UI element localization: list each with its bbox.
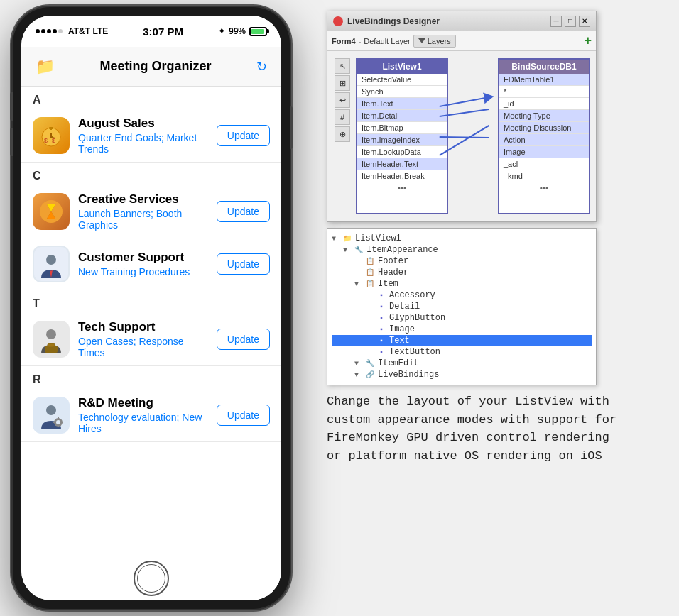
tree-row-textbutton[interactable]: ▪ TextButton: [332, 346, 592, 358]
refresh-icon[interactable]: ↻: [256, 59, 267, 75]
accessory-icon: ▪: [376, 290, 387, 300]
tree-row-header[interactable]: 📋 Header: [332, 267, 592, 278]
svg-point-12: [46, 329, 56, 339]
tool-pointer[interactable]: ↖: [335, 58, 350, 74]
listview-table-header: ListView1: [357, 60, 447, 74]
listview-table: ListView1 SelectedValue Synch Item.Text …: [356, 58, 448, 214]
tree-expand-textbutton: [366, 348, 376, 356]
image-icon: ▪: [376, 324, 387, 334]
tree-expand-livebindings[interactable]: ▼: [354, 371, 364, 379]
phone-device: AT&T LTE 3:07 PM ✦ 99% 📁 Meeting Organiz…: [13, 7, 290, 609]
creative-services-title: Creative Services: [78, 192, 208, 207]
tree-row-text[interactable]: ▪ Text: [332, 335, 592, 346]
glyphbutton-icon: ▪: [376, 313, 387, 323]
nav-title: Meeting Organizer: [99, 59, 211, 74]
tree-row-item[interactable]: ▼ 📋 Item: [332, 278, 592, 290]
tree-expand-glyphbutton: [366, 314, 376, 322]
tree-expand-itemappearance[interactable]: ▼: [343, 246, 353, 254]
tree-row-image[interactable]: ▪ Image: [332, 324, 592, 335]
svg-rect-19: [58, 417, 59, 420]
list-item-customer-support: Customer Support New Training Procedures…: [21, 238, 281, 290]
tree-row-glyphbutton[interactable]: ▪ GlyphButton: [332, 312, 592, 324]
tree-row-itemedit[interactable]: ▼ 🔧 ItemEdit: [332, 358, 592, 369]
binding-tables: ListView1 SelectedValue Synch Item.Text …: [356, 58, 590, 214]
creative-services-icon: [33, 193, 70, 230]
rd-meeting-update-btn[interactable]: Update: [217, 405, 270, 426]
customer-support-update-btn[interactable]: Update: [217, 253, 270, 275]
tree-row-livebindings[interactable]: ▼ 🔗 LiveBindings: [332, 369, 592, 380]
creative-services-update-btn[interactable]: Update: [217, 201, 270, 222]
tree-row-footer[interactable]: 📋 Footer: [332, 255, 592, 267]
tool-undo[interactable]: ↩: [335, 92, 350, 108]
tech-support-title: Tech Support: [78, 320, 208, 334]
section-header-c: C: [21, 163, 281, 185]
listview-row-itemlookupdata: Item.LookupData: [357, 146, 447, 158]
creative-services-detail: Launch Banners; Booth Graphics: [78, 208, 208, 231]
close-button[interactable]: ✕: [579, 16, 590, 27]
listview-row-synch: Synch: [357, 86, 447, 98]
tree-window: ▼ 📁 ListView1 ▼ 🔧 ItemAppearance 📋 Foote…: [327, 228, 597, 385]
svg-text:$: $: [52, 137, 55, 144]
bindsource-row-action: Action: [499, 134, 589, 146]
customer-support-icon: [33, 246, 70, 282]
tree-label-textbutton: TextButton: [389, 347, 440, 357]
tree-expand-itemedit[interactable]: ▼: [354, 360, 364, 368]
tree-expand-item[interactable]: ▼: [354, 280, 364, 288]
minimize-button[interactable]: ─: [550, 16, 562, 27]
tree-row-detail[interactable]: ▪ Detail: [332, 301, 592, 312]
designer-area: LiveBindings Designer ─ □ ✕ Form4 - Defa…: [327, 11, 675, 458]
tree-label-accessory: Accessory: [389, 290, 435, 300]
add-component-btn[interactable]: +: [584, 33, 592, 48]
phone-body: AT&T LTE 3:07 PM ✦ 99% 📁 Meeting Organiz…: [13, 7, 290, 609]
home-button-inner: [137, 564, 165, 593]
home-button[interactable]: [134, 561, 169, 596]
bindsource-row-id: _id: [499, 98, 589, 110]
layers-triangle-icon: [418, 38, 425, 43]
designer-window: LiveBindings Designer ─ □ ✕ Form4 - Defa…: [327, 11, 597, 222]
phone-side-button: [290, 106, 293, 149]
section-header-t: T: [21, 290, 281, 313]
tech-support-icon: [33, 321, 70, 358]
tree-expand-header: [354, 269, 364, 277]
list-item-august-sales: $ $ August Sales Quarter End Goals; Mark…: [21, 109, 281, 163]
tree-label-item: Item: [378, 279, 398, 289]
tree-row-listview1[interactable]: ▼ 📁 ListView1: [332, 233, 592, 244]
bindsource-more: •••: [499, 182, 589, 195]
section-header-r: R: [21, 366, 281, 389]
layers-btn-label: Layers: [428, 37, 451, 45]
time-label: 3:07 PM: [143, 26, 183, 38]
listview-row-itemtext: Item.Text: [357, 98, 447, 110]
tree-expand-detail: [366, 303, 376, 311]
listview-row-itemdetail: Item.Detail: [357, 110, 447, 122]
battery-percent: 99%: [229, 26, 246, 36]
tree-row-accessory[interactable]: ▪ Accessory: [332, 290, 592, 301]
tree-row-itemappearance[interactable]: ▼ 🔧 ItemAppearance: [332, 244, 592, 255]
designer-canvas: ↖ ⊞ ↩ # ⊕ ListView1 SelectedValue Synch …: [327, 51, 596, 221]
layers-btn[interactable]: Layers: [413, 35, 456, 48]
restore-button[interactable]: □: [565, 16, 576, 27]
tool-zoom[interactable]: ⊕: [335, 126, 350, 142]
customer-support-content: Customer Support New Training Procedures: [78, 251, 208, 277]
folder-icon[interactable]: 📁: [36, 57, 55, 76]
tech-support-content: Tech Support Open Cases; Response Times: [78, 320, 208, 358]
textbutton-icon: ▪: [376, 347, 387, 357]
listview-more: •••: [357, 182, 447, 195]
window-controls: ─ □ ✕: [550, 16, 590, 27]
tree-expand-listview1[interactable]: ▼: [332, 235, 342, 243]
list-item-rd-meeting: R&D Meeting Technology evaluation; New H…: [21, 389, 281, 442]
tree-label-itemedit: ItemEdit: [378, 358, 419, 368]
rd-meeting-detail: Technology evaluation; New Hires: [78, 412, 208, 434]
status-left: AT&T LTE: [36, 26, 108, 36]
itemappearance-icon: 🔧: [353, 245, 364, 255]
bindsource-row-image: Image: [499, 146, 589, 158]
august-sales-update-btn[interactable]: Update: [217, 125, 270, 146]
tool-grid[interactable]: #: [335, 109, 350, 125]
tech-support-update-btn[interactable]: Update: [217, 329, 270, 350]
listview-row-itembitmap: Item.Bitmap: [357, 122, 447, 134]
footer-icon: 📋: [364, 256, 376, 266]
phone-vol-up: [10, 92, 13, 121]
status-bar: AT&T LTE 3:07 PM ✦ 99%: [21, 16, 281, 47]
bindsource-row-star: *: [499, 86, 589, 98]
tool-link[interactable]: ⊞: [335, 75, 350, 91]
tree-label-footer: Footer: [378, 256, 408, 266]
